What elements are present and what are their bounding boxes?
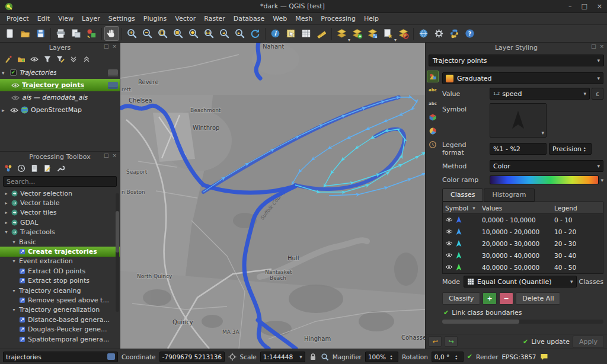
locator-input[interactable]	[6, 353, 107, 360]
menu-web[interactable]: Web	[269, 14, 291, 24]
zoom-last-button[interactable]: ◂	[217, 26, 232, 41]
magnifier-spinner[interactable]: 100% ▴▾	[365, 352, 398, 362]
lock-scale-icon[interactable]	[309, 353, 317, 361]
toolbox-item-basic[interactable]: ▾Basic	[0, 237, 120, 247]
add-class-button[interactable]: +	[483, 292, 497, 305]
close-button[interactable]: ×	[597, 2, 602, 10]
classes-horizontal-scrollbar[interactable]	[442, 320, 603, 324]
python-console-button[interactable]	[447, 26, 462, 41]
menu-raster[interactable]: Raster	[200, 14, 229, 24]
zoom-to-selection-button[interactable]	[171, 26, 186, 41]
class-row[interactable]: 40,0000 - 50,000040 - 50	[443, 261, 603, 273]
class-row[interactable]: 0,0000 - 10,00000 - 10	[443, 214, 603, 226]
expander-icon[interactable]: ▸	[4, 200, 9, 206]
scrollbar-thumb[interactable]	[116, 211, 119, 253]
print-layout-button[interactable]	[53, 26, 68, 41]
tab-labels[interactable]: abc	[427, 84, 439, 96]
crs-indicator[interactable]: EPSG:3857	[501, 353, 536, 360]
float-panel-icon[interactable]: □	[104, 152, 109, 158]
class-legend[interactable]: 20 - 30	[552, 240, 603, 247]
close-panel-icon[interactable]: ×	[112, 43, 117, 49]
toolbox-item-douglas-peucker-gene[interactable]: Douglas-Peucker gene...	[0, 324, 120, 334]
toolbox-item-vector-table[interactable]: ▸Vector table	[0, 198, 120, 207]
layer-visibility-icon[interactable]	[11, 95, 20, 101]
menu-mesh[interactable]: Mesh	[291, 14, 317, 24]
manage-themes-button[interactable]	[29, 54, 40, 65]
renderer-selector[interactable]: Graduated ▾	[442, 72, 603, 84]
remove-class-button[interactable]: −	[499, 292, 513, 305]
menu-help[interactable]: Help	[360, 14, 383, 24]
zoom-next-button[interactable]: ▸	[232, 26, 247, 41]
zoom-full-button[interactable]	[155, 26, 170, 41]
coordinate-field[interactable]	[159, 352, 225, 362]
map-canvas[interactable]: NahantrettRevereChelseaBeachmontWinthrop…	[120, 43, 425, 349]
value-selector[interactable]: 1.2 speed ▾	[490, 88, 590, 100]
minimize-button[interactable]: –	[568, 2, 572, 10]
history-button[interactable]	[16, 163, 27, 174]
zoom-native-button[interactable]: 1:1	[202, 26, 216, 41]
filter-legend-button[interactable]	[42, 54, 53, 65]
spinner-arrows-icon[interactable]: ▴▾	[582, 146, 588, 152]
toolbox-item-distance-based-genera[interactable]: Distance-based genera...	[0, 315, 120, 324]
pan-map-button[interactable]	[104, 26, 119, 41]
undo-style-button[interactable]: ↩	[429, 336, 442, 347]
scrollbar-thumb[interactable]	[442, 320, 519, 324]
delete-all-button[interactable]: Delete All	[516, 292, 560, 305]
processing-toolbox-button[interactable]	[432, 26, 446, 41]
tab-classes[interactable]: Classes	[442, 189, 483, 202]
save-project-button[interactable]	[33, 26, 48, 41]
open-layer-styling-button[interactable]	[3, 54, 14, 65]
expander-icon[interactable]: ▸	[4, 191, 9, 196]
toolbox-item-trajectory-cleaning[interactable]: ▾Trajectory cleaning	[0, 286, 120, 295]
toolbox-item-trajectools[interactable]: ▾Trajectools	[0, 228, 120, 237]
color-ramp-selector[interactable]	[490, 175, 599, 184]
toolbox-item-vector-selection[interactable]: ▸Vector selection	[0, 189, 120, 198]
tab-diagrams[interactable]	[427, 125, 439, 137]
select-features-button[interactable]	[283, 26, 298, 41]
add-raster-layer-button[interactable]	[365, 26, 380, 41]
open-attribute-table-button[interactable]	[299, 26, 314, 41]
results-viewer-button[interactable]	[29, 163, 40, 174]
toolbox-scrollbar[interactable]	[116, 193, 119, 312]
legend-format-input[interactable]: %1 - %2	[490, 143, 547, 155]
menu-settings[interactable]: Settings	[104, 14, 139, 24]
expander-icon[interactable]: ▾	[11, 240, 17, 245]
class-legend[interactable]: 0 - 10	[552, 216, 603, 223]
class-legend[interactable]: 40 - 50	[552, 264, 603, 271]
apply-button[interactable]: Apply	[573, 336, 604, 348]
menu-vector[interactable]: Vector	[171, 14, 200, 24]
class-row[interactable]: 10,0000 - 20,000010 - 20	[443, 226, 603, 238]
refresh-button[interactable]	[248, 26, 263, 41]
help-button[interactable]: ?	[462, 26, 477, 41]
expander-icon[interactable]: ▸	[4, 220, 9, 225]
locator-search[interactable]	[3, 352, 118, 362]
toolbox-item-extract-stop-points[interactable]: Extract stop points	[0, 276, 120, 286]
expander-icon[interactable]: ▸	[4, 210, 9, 215]
filter-expression-button[interactable]	[55, 54, 66, 65]
expander-icon[interactable]: ▾	[11, 258, 17, 264]
zoom-in-button[interactable]: +	[124, 26, 139, 41]
tab-histogram[interactable]: Histogram	[484, 189, 534, 202]
toolbox-item-event-extraction[interactable]: ▾Event extraction	[0, 257, 120, 266]
menu-processing[interactable]: Processing	[317, 14, 360, 24]
scale-selector[interactable]: 1:144448 ▾	[260, 352, 305, 362]
expander-icon[interactable]: ▾	[11, 307, 17, 312]
tab-symbology[interactable]	[427, 71, 439, 82]
float-panel-icon[interactable]: □	[591, 43, 596, 49]
menu-edit[interactable]: Edit	[33, 14, 54, 24]
options-button[interactable]	[55, 163, 66, 174]
class-values[interactable]: 20,0000 - 30,0000	[480, 240, 552, 247]
menu-plugins[interactable]: Plugins	[139, 14, 171, 24]
class-visibility-icon[interactable]	[445, 252, 453, 259]
toolbox-item-gdal[interactable]: ▸GDAL	[0, 218, 120, 227]
tab-3d-view[interactable]	[427, 111, 439, 123]
class-legend[interactable]: 30 - 40	[552, 252, 603, 259]
tab-masks[interactable]: abc	[427, 98, 439, 110]
toolbox-item-extract-od-points[interactable]: Extract OD points	[0, 266, 120, 276]
expander-icon[interactable]: ▾	[4, 229, 9, 235]
menu-database[interactable]: Database	[229, 14, 269, 24]
close-panel-icon[interactable]: ×	[112, 152, 117, 158]
legend-column-header[interactable]: Legend	[552, 205, 603, 212]
layer-item-trajectories[interactable]: ▾✔Trajectories	[0, 66, 120, 79]
toolbox-search-input[interactable]	[7, 178, 113, 186]
